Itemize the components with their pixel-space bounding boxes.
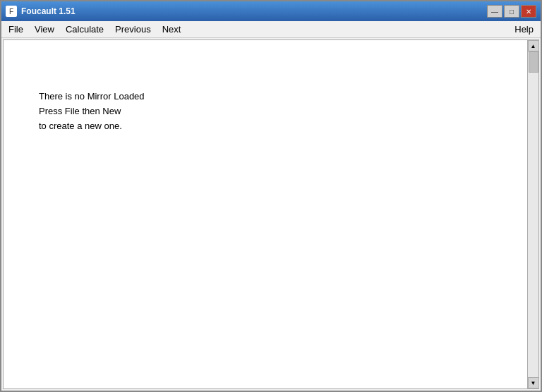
scroll-up-arrow[interactable]: ▲ <box>528 40 539 51</box>
title-bar: F Foucault 1.51 — □ ✕ <box>1 1 541 21</box>
menu-previous[interactable]: Previous <box>109 23 157 36</box>
scroll-thumb[interactable] <box>529 51 538 73</box>
message-line-1: There is no Mirror Loaded <box>39 90 520 104</box>
menu-next[interactable]: Next <box>157 23 187 36</box>
menu-help[interactable]: Help <box>509 23 539 36</box>
main-window: F Foucault 1.51 — □ ✕ File View Calculat… <box>0 0 542 392</box>
message-line-3: to create a new one. <box>39 119 520 134</box>
scroll-track[interactable] <box>528 51 538 377</box>
title-bar-left: F Foucault 1.51 <box>6 6 76 17</box>
message-line-2: Press File then New <box>39 104 520 119</box>
menu-view[interactable]: View <box>29 23 60 36</box>
window-title: Foucault 1.51 <box>21 6 76 16</box>
content-area: There is no Mirror Loaded Press File the… <box>3 39 539 389</box>
minimize-button[interactable]: — <box>487 5 502 18</box>
menu-bar: File View Calculate Previous Next Help <box>1 21 541 38</box>
menu-file[interactable]: File <box>3 23 29 36</box>
window-controls: — □ ✕ <box>487 5 536 18</box>
no-mirror-message: There is no Mirror Loaded Press File the… <box>39 90 520 133</box>
menu-calculate[interactable]: Calculate <box>60 23 109 36</box>
close-button[interactable]: ✕ <box>521 5 536 18</box>
scroll-down-arrow[interactable]: ▼ <box>528 377 539 388</box>
app-icon: F <box>6 6 17 17</box>
main-content: There is no Mirror Loaded Press File the… <box>4 40 527 388</box>
scrollbar-vertical[interactable]: ▲ ▼ <box>527 40 538 388</box>
maximize-button[interactable]: □ <box>504 5 519 18</box>
